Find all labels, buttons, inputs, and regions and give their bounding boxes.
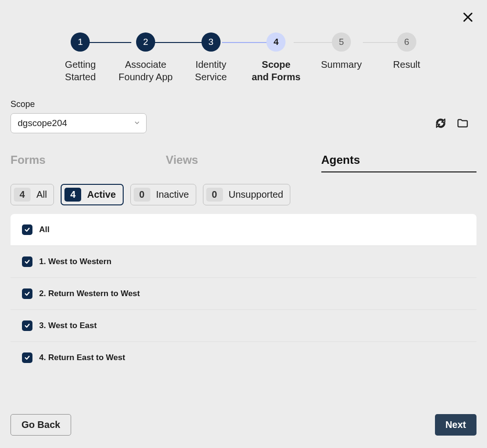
step-1[interactable]: 1 Getting Started	[48, 32, 113, 83]
step-circle: 6	[397, 32, 416, 52]
filter-active[interactable]: 4 Active	[61, 184, 123, 205]
scope-field-label: Scope	[11, 99, 476, 109]
step-4[interactable]: 4 Scope and Forms	[244, 32, 309, 83]
check-icon	[24, 322, 31, 329]
check-icon	[24, 354, 31, 361]
checkbox[interactable]	[22, 320, 32, 331]
list-item-label: 4. Return East to West	[39, 353, 125, 363]
close-icon	[462, 11, 474, 23]
list-item-label: 2. Return Western to West	[39, 289, 140, 299]
filter-unsupported[interactable]: 0 Unsupported	[203, 184, 291, 205]
step-connector	[148, 42, 205, 43]
filter-label: Active	[87, 189, 116, 200]
close-button[interactable]	[462, 11, 474, 23]
filter-count: 4	[64, 188, 81, 202]
folder-icon	[456, 117, 469, 129]
check-icon	[24, 226, 31, 233]
filter-inactive[interactable]: 0 Inactive	[130, 184, 196, 205]
step-circle: 2	[136, 32, 155, 52]
chevron-down-icon	[134, 118, 140, 128]
list-item[interactable]: 2. Return Western to West	[11, 277, 476, 309]
checkbox[interactable]	[22, 256, 32, 267]
list-item-label: All	[39, 225, 50, 235]
step-5[interactable]: 5 Summary	[309, 32, 374, 71]
step-circle: 4	[266, 32, 286, 52]
tab-forms[interactable]: Forms	[11, 153, 166, 172]
step-label: Summary	[321, 58, 362, 71]
step-label: Identity Service	[195, 58, 227, 83]
agents-list: All 1. West to Western 2. Return Western…	[11, 214, 476, 373]
scope-row: dgscope204	[11, 113, 476, 133]
step-3[interactable]: 3 Identity Service	[178, 32, 244, 83]
list-item[interactable]: 4. Return East to West	[11, 341, 476, 373]
step-label: Result	[393, 58, 420, 71]
filter-label: All	[36, 189, 47, 200]
check-icon	[24, 290, 31, 297]
list-item[interactable]: 3. West to East	[11, 309, 476, 341]
tab-agents[interactable]: Agents	[321, 153, 476, 172]
filter-all[interactable]: 4 All	[11, 184, 54, 205]
filter-count: 0	[206, 188, 223, 202]
step-circle: 3	[201, 32, 221, 52]
filter-chips: 4 All 4 Active 0 Inactive 0 Unsupported	[11, 184, 476, 205]
checkbox[interactable]	[22, 224, 32, 235]
list-item[interactable]: 1. West to Western	[11, 245, 476, 277]
tab-views[interactable]: Views	[166, 153, 321, 172]
scope-section: Scope dgscope204	[11, 99, 476, 133]
scope-dropdown-value: dgscope204	[18, 118, 67, 128]
step-label: Getting Started	[65, 58, 95, 83]
filter-count: 0	[134, 188, 150, 202]
step-label: Scope and Forms	[252, 58, 300, 83]
filter-label: Inactive	[156, 189, 189, 200]
check-icon	[24, 258, 31, 265]
folder-button[interactable]	[456, 117, 469, 129]
step-2[interactable]: 2 Associate Foundry App	[113, 32, 179, 83]
refresh-button[interactable]	[434, 117, 447, 129]
scope-dropdown[interactable]: dgscope204	[11, 113, 147, 133]
checkbox[interactable]	[22, 288, 32, 299]
list-item-label: 1. West to Western	[39, 257, 111, 267]
filter-label: Unsupported	[229, 189, 284, 200]
tabs: Forms Views Agents	[11, 153, 476, 172]
refresh-icon	[434, 117, 447, 129]
go-back-button[interactable]: Go Back	[11, 414, 71, 436]
step-label: Associate Foundry App	[118, 58, 172, 83]
stepper: 1 Getting Started 2 Associate Foundry Ap…	[0, 32, 487, 83]
list-item-label: 3. West to East	[39, 321, 97, 331]
next-button[interactable]: Next	[435, 414, 476, 436]
step-circle: 1	[71, 32, 90, 52]
scope-actions	[434, 117, 469, 129]
step-circle: 5	[332, 32, 351, 52]
list-item-all[interactable]: All	[11, 214, 476, 245]
footer: Go Back Next	[11, 414, 476, 436]
checkbox[interactable]	[22, 352, 32, 363]
filter-count: 4	[14, 188, 31, 202]
step-6[interactable]: 6 Result	[374, 32, 439, 71]
